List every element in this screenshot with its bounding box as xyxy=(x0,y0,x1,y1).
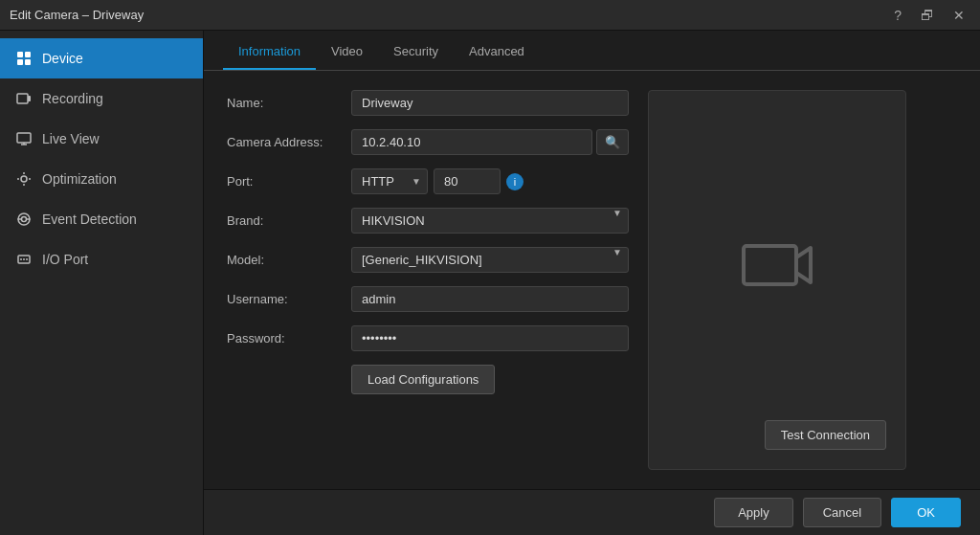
password-label: Password: xyxy=(227,331,351,346)
liveview-icon xyxy=(15,130,33,147)
svg-rect-0 xyxy=(17,52,23,57)
tab-security[interactable]: Security xyxy=(378,31,454,70)
apply-button[interactable]: Apply xyxy=(714,498,793,527)
sidebar-item-io-port[interactable]: I/O Port xyxy=(0,239,203,279)
close-button[interactable]: ✕ xyxy=(947,6,970,25)
model-select[interactable]: [Generic_HIKVISION] [Generic_AXIS] xyxy=(351,247,629,273)
restore-button[interactable]: 🗗 xyxy=(915,6,940,25)
sidebar-label-device: Device xyxy=(42,51,83,66)
camera-address-search-button[interactable]: 🔍 xyxy=(596,129,629,155)
brand-label: Brand: xyxy=(227,213,351,228)
camera-icon-area xyxy=(739,110,815,420)
username-label: Username: xyxy=(227,292,351,306)
svg-point-21 xyxy=(26,258,28,260)
tab-bar: Information Video Security Advanced xyxy=(204,31,980,71)
model-row: Model: [Generic_HIKVISION] [Generic_AXIS… xyxy=(227,247,629,273)
camera-address-label: Camera Address: xyxy=(227,135,351,149)
svg-rect-22 xyxy=(744,246,796,284)
event-icon xyxy=(15,211,33,228)
svg-rect-4 xyxy=(17,94,28,103)
sidebar-item-optimization[interactable]: Optimization xyxy=(0,159,203,199)
username-input[interactable] xyxy=(351,286,629,312)
sidebar-label-io-port: I/O Port xyxy=(42,252,88,267)
svg-rect-2 xyxy=(17,59,23,65)
brand-select[interactable]: HIKVISION AXIS DAHUA BOSCH xyxy=(351,208,629,234)
svg-rect-6 xyxy=(17,133,31,143)
sidebar-label-recording: Recording xyxy=(42,91,103,106)
io-icon xyxy=(15,251,33,268)
name-input[interactable] xyxy=(351,90,629,116)
grid-icon xyxy=(15,50,33,67)
sidebar: Device Recording Live View xyxy=(0,31,204,535)
ok-button[interactable]: OK xyxy=(891,498,961,527)
tab-advanced[interactable]: Advanced xyxy=(454,31,540,70)
svg-point-19 xyxy=(20,258,22,260)
password-row: Password: xyxy=(227,325,629,351)
svg-marker-23 xyxy=(796,248,811,282)
brand-select-wrapper: HIKVISION AXIS DAHUA BOSCH ▼ xyxy=(351,208,629,234)
port-controls: HTTP HTTPS RTSP ▼ i xyxy=(351,168,629,194)
form-left: Name: Camera Address: 🔍 Port: xyxy=(227,90,629,470)
password-input[interactable] xyxy=(351,325,629,351)
tab-video[interactable]: Video xyxy=(316,31,378,70)
camera-address-row: Camera Address: 🔍 xyxy=(227,129,629,155)
svg-rect-1 xyxy=(25,52,31,57)
window-title: Edit Camera – Driveway xyxy=(10,8,144,22)
port-number-input[interactable] xyxy=(434,168,501,194)
camera-icon xyxy=(739,236,815,294)
port-info-icon[interactable]: i xyxy=(506,173,523,190)
optimization-icon xyxy=(15,170,33,188)
bottom-bar: Apply Cancel OK xyxy=(204,489,980,535)
svg-point-9 xyxy=(21,176,27,182)
port-protocol-select[interactable]: HTTP HTTPS RTSP xyxy=(351,168,428,194)
svg-point-15 xyxy=(22,217,27,222)
load-config-row: Load Configurations xyxy=(227,365,629,394)
title-bar-controls: ? 🗗 ✕ xyxy=(888,6,970,25)
camera-address-wrapper: 🔍 xyxy=(351,129,629,155)
sidebar-item-live-view[interactable]: Live View xyxy=(0,119,203,159)
sidebar-item-recording[interactable]: Recording xyxy=(0,78,203,119)
svg-rect-5 xyxy=(28,96,31,101)
load-configurations-button[interactable]: Load Configurations xyxy=(351,365,495,394)
cancel-button[interactable]: Cancel xyxy=(803,498,881,527)
svg-rect-3 xyxy=(25,59,31,65)
sidebar-label-optimization: Optimization xyxy=(42,171,117,187)
recording-icon xyxy=(15,90,33,107)
main-layout: Device Recording Live View xyxy=(0,31,980,535)
port-protocol-wrapper: HTTP HTTPS RTSP ▼ xyxy=(351,168,428,194)
sidebar-item-device[interactable]: Device xyxy=(0,38,203,78)
sidebar-item-event-detection[interactable]: Event Detection xyxy=(0,199,203,239)
svg-point-20 xyxy=(23,258,25,260)
form-content: Name: Camera Address: 🔍 Port: xyxy=(204,71,980,489)
name-label: Name: xyxy=(227,96,351,110)
test-connection-button[interactable]: Test Connection xyxy=(765,420,886,450)
sidebar-label-event-detection: Event Detection xyxy=(42,212,137,227)
username-row: Username: xyxy=(227,286,629,312)
name-row: Name: xyxy=(227,90,629,116)
content-area: Information Video Security Advanced Name… xyxy=(204,31,980,535)
model-label: Model: xyxy=(227,253,351,267)
port-label: Port: xyxy=(227,174,351,189)
help-button[interactable]: ? xyxy=(888,6,907,25)
camera-preview: Test Connection xyxy=(648,90,906,470)
tab-information[interactable]: Information xyxy=(223,31,316,70)
brand-row: Brand: HIKVISION AXIS DAHUA BOSCH ▼ xyxy=(227,208,629,234)
camera-address-input[interactable] xyxy=(351,129,592,155)
title-bar: Edit Camera – Driveway ? 🗗 ✕ xyxy=(0,0,980,31)
port-row: Port: HTTP HTTPS RTSP ▼ i xyxy=(227,168,629,194)
model-select-wrapper: [Generic_HIKVISION] [Generic_AXIS] ▼ xyxy=(351,247,629,273)
sidebar-label-live-view: Live View xyxy=(42,131,100,146)
